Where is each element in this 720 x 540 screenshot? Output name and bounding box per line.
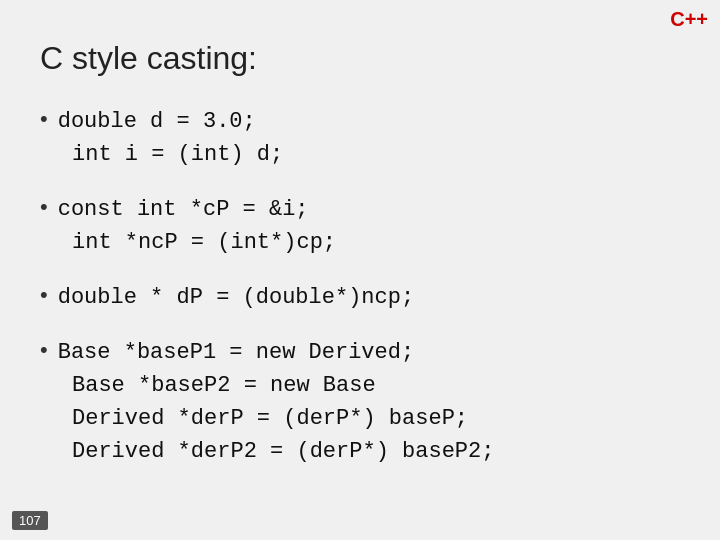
code-line-4-2: Base *baseP2 = new Base: [72, 369, 680, 402]
code-line-4-3: Derived *derP = (derP*) baseP;: [72, 402, 680, 435]
bullet-line-1-1: • double d = 3.0;: [40, 105, 680, 138]
bullet-line-3-1: • double * dP = (double*)ncp;: [40, 281, 680, 314]
code-line-1-1: double d = 3.0;: [58, 105, 256, 138]
bullet-item-4: • Base *baseP1 = new Derived; Base *base…: [40, 336, 680, 468]
bullet-dot-1: •: [40, 106, 48, 132]
bullet-line-4-1: • Base *baseP1 = new Derived;: [40, 336, 680, 369]
bullet-item-3: • double * dP = (double*)ncp;: [40, 281, 680, 314]
code-line-2-2: int *ncP = (int*)cp;: [72, 226, 680, 259]
bullet-item-1: • double d = 3.0; int i = (int) d;: [40, 105, 680, 171]
content-area: • double d = 3.0; int i = (int) d; • con…: [40, 105, 680, 468]
bullet-item-2: • const int *cP = &i; int *ncP = (int*)c…: [40, 193, 680, 259]
bullet-line-2-1: • const int *cP = &i;: [40, 193, 680, 226]
bullet-dot-2: •: [40, 194, 48, 220]
code-line-4-1: Base *baseP1 = new Derived;: [58, 336, 414, 369]
bullet-dot-4: •: [40, 337, 48, 363]
code-line-1-2: int i = (int) d;: [72, 138, 680, 171]
code-line-3-1: double * dP = (double*)ncp;: [58, 281, 414, 314]
code-line-2-1: const int *cP = &i;: [58, 193, 309, 226]
slide-title: C style casting:: [40, 40, 680, 77]
code-line-4-4: Derived *derP2 = (derP*) baseP2;: [72, 435, 680, 468]
page-number: 107: [12, 511, 48, 530]
cpp-badge: C++: [670, 8, 708, 31]
bullet-dot-3: •: [40, 282, 48, 308]
slide: C++ C style casting: • double d = 3.0; i…: [0, 0, 720, 540]
